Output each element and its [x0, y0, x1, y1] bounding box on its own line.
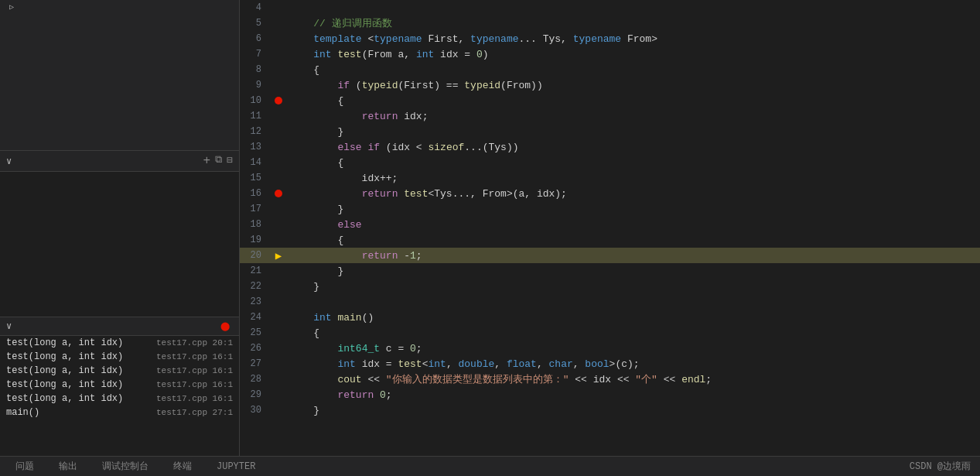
code-content	[286, 296, 980, 308]
code-line: 8 {	[240, 62, 980, 77]
code-line: 19 {	[240, 232, 980, 248]
code-line: 30 }	[240, 402, 980, 418]
code-content: if (typeid(First) == typeid(From))	[286, 80, 980, 91]
code-content: else	[286, 219, 980, 231]
code-line: 14 {	[240, 155, 980, 170]
code-line: 27 int idx = test<int, double, float, ch…	[240, 356, 980, 372]
code-content: return 0;	[286, 389, 980, 401]
code-line: 28 cout << "你输入的数据类型是数据列表中的第：" << idx <<…	[240, 372, 980, 387]
callstack-chevron-icon: ∨	[6, 320, 12, 332]
code-line: 23	[240, 294, 980, 310]
code-content: int64_t c = 0;	[286, 343, 980, 354]
line-number: 12	[240, 126, 271, 137]
code-content: {	[286, 95, 980, 107]
line-number: 16	[240, 188, 271, 199]
left-panel: ▷ ∨ + ⧉ ⊟ ∨ ⬤	[0, 0, 240, 456]
debug-arrow-icon: ▶	[273, 250, 284, 261]
code-content: {	[286, 157, 980, 169]
code-line: 16 return test<Tys..., From>(a, idx);	[240, 186, 980, 201]
code-content: }	[286, 126, 980, 138]
callstack-loc: test17.cpp 16:1	[156, 394, 233, 403]
code-content: }	[286, 281, 980, 293]
code-content: }	[286, 204, 980, 215]
chevron-right-icon: ▷	[9, 2, 14, 12]
code-line: 21 }	[240, 263, 980, 279]
code-line: 17 }	[240, 201, 980, 217]
watch-chevron-icon: ∨	[6, 156, 12, 167]
line-number: 17	[240, 204, 271, 214]
watch-add-icon[interactable]: +	[203, 154, 211, 168]
status-tab[interactable]: 调试控制台	[96, 457, 155, 476]
code-content: {	[286, 327, 980, 339]
line-number: 26	[240, 343, 271, 354]
code-line: 29 return 0;	[240, 387, 980, 402]
status-tab[interactable]: 输出	[53, 457, 84, 476]
breakpoint-area	[271, 97, 286, 104]
line-number: 21	[240, 265, 271, 276]
line-number: 30	[240, 405, 271, 416]
callstack-loc: test17.cpp 20:1	[156, 338, 233, 348]
line-number: 18	[240, 219, 271, 230]
line-number: 11	[240, 111, 271, 122]
watch-section: ∨ + ⧉ ⊟	[0, 151, 239, 317]
line-number: 10	[240, 95, 271, 106]
code-line: 12 }	[240, 124, 980, 139]
line-number: 8	[240, 64, 271, 75]
code-line: 7 int test(From a, int idx = 0)	[240, 46, 980, 62]
code-content: // 递归调用函数	[286, 16, 980, 30]
callstack-row[interactable]: main()test17.cpp 27:1	[0, 406, 239, 419]
code-content: return -1;	[286, 250, 980, 262]
line-number: 15	[240, 173, 271, 183]
code-content: cout << "你输入的数据类型是数据列表中的第：" << idx << "个…	[286, 372, 980, 386]
code-content: template <typename First, typename... Ty…	[286, 33, 980, 45]
code-content: {	[286, 64, 980, 76]
callstack-header: ∨ ⬤	[0, 317, 239, 336]
line-number: 14	[240, 157, 271, 168]
line-number: 13	[240, 142, 271, 152]
callstack-row[interactable]: test(long a, int idx)test17.cpp 16:1	[0, 364, 239, 378]
code-line: 13 else if (idx < sizeof...(Tys))	[240, 139, 980, 155]
watch-content	[0, 172, 239, 317]
code-line: 11 return idx;	[240, 108, 980, 124]
callstack-badge: ⬤	[220, 321, 233, 331]
code-content: }	[286, 405, 980, 416]
code-content: }	[286, 265, 980, 277]
line-number: 7	[240, 49, 271, 60]
code-line: 15 idx++;	[240, 170, 980, 186]
callstack-loc: test17.cpp 16:1	[156, 380, 233, 389]
callstack-row[interactable]: test(long a, int idx)test17.cpp 16:1	[0, 392, 239, 406]
status-tab[interactable]: 问题	[9, 457, 40, 476]
status-tab[interactable]: 终端	[167, 457, 198, 476]
status-tab[interactable]: JUPYTER	[210, 458, 261, 475]
watch-copy-icon[interactable]: ⧉	[215, 154, 222, 168]
callstack-func: main()	[6, 407, 150, 418]
callstack-row[interactable]: test(long a, int idx)test17.cpp 16:1	[0, 378, 239, 392]
line-number: 25	[240, 327, 271, 338]
brand-label: CSDN @边境雨	[910, 460, 971, 473]
callstack-row[interactable]: test(long a, int idx)test17.cpp 16:1	[0, 350, 239, 364]
code-line: 24 int main()	[240, 310, 980, 325]
line-number: 28	[240, 374, 271, 385]
callstack-func: test(long a, int idx)	[6, 393, 150, 404]
line-number: 27	[240, 358, 271, 369]
callstack-loc: test17.cpp 16:1	[156, 366, 233, 375]
line-number: 24	[240, 312, 271, 323]
breakpoint-area	[271, 190, 286, 197]
line-number: 4	[240, 2, 271, 13]
code-content	[286, 2, 980, 14]
callstack-func: test(long a, int idx)	[6, 351, 150, 362]
code-content: return test<Tys..., From>(a, idx);	[286, 188, 980, 200]
callstack-loc: test17.cpp 16:1	[156, 352, 233, 361]
code-content: else if (idx < sizeof...(Tys))	[286, 142, 980, 153]
registers-item[interactable]: ▷	[0, 0, 239, 14]
code-line: 5 // 递归调用函数	[240, 15, 980, 31]
breakpoint-dot	[275, 97, 282, 104]
callstack-func: test(long a, int idx)	[6, 337, 150, 348]
breakpoint-area: ▶	[271, 250, 286, 261]
line-number: 19	[240, 235, 271, 245]
code-lines[interactable]: 4 5 // 递归调用函数6 template <typename First,…	[240, 0, 980, 456]
watch-remove-icon[interactable]: ⊟	[227, 154, 233, 168]
code-line: 20▶ return -1;	[240, 248, 980, 263]
callstack-row[interactable]: test(long a, int idx)test17.cpp 20:1	[0, 336, 239, 350]
code-line: 4	[240, 0, 980, 15]
